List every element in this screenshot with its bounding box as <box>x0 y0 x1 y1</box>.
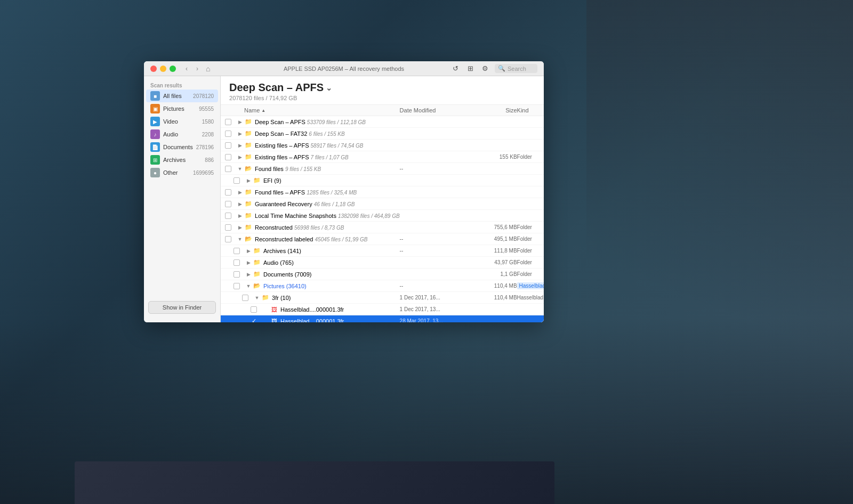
file-name: Hasselblad....000001.3fr <box>280 306 400 313</box>
documents-icon: 📄 <box>150 142 160 152</box>
row-checkbox[interactable] <box>234 177 240 184</box>
row-checkbox[interactable] <box>225 236 231 242</box>
col-date-header[interactable]: Date Modified <box>400 107 474 113</box>
file-row-selected[interactable]: ✓ 🖼 Hasselblad....000001.3fr 28 Mar 2017… <box>221 315 544 322</box>
row-checkbox[interactable] <box>234 271 240 278</box>
file-size: 43,97 GB <box>474 259 517 265</box>
file-row[interactable]: ▼ 📂 Pictures (36410) -- 110,4 MB Hasselb… <box>221 280 544 292</box>
close-button[interactable] <box>150 66 157 72</box>
row-checkbox[interactable] <box>225 119 231 125</box>
file-row[interactable]: ▶ 📁 EFI (9) <box>221 175 544 186</box>
file-row[interactable]: ▶ 📁 Local Time Machine Snapshots 1382098… <box>221 210 544 222</box>
row-checkbox[interactable] <box>251 306 257 313</box>
expand-button[interactable]: ▶ <box>244 178 253 183</box>
sidebar-item-count: 95555 <box>199 106 214 112</box>
scan-dropdown-chevron[interactable]: ⌄ <box>326 84 332 92</box>
rotate-icon[interactable]: ↺ <box>450 63 461 74</box>
sidebar-item-all-files[interactable]: ■ All files 2078120 <box>146 90 218 102</box>
sidebar-item-count: 278196 <box>196 144 214 150</box>
file-name: Deep Scan – FAT32 6 files / 155 KB <box>255 131 400 137</box>
file-row[interactable]: ▼ 📁 3fr (10) 1 Dec 2017, 16... 110,4 MB … <box>221 292 544 304</box>
row-checkbox[interactable] <box>225 142 231 149</box>
expand-button[interactable]: ▼ <box>236 237 244 242</box>
expand-button[interactable]: ▶ <box>244 260 253 265</box>
row-checkbox[interactable] <box>242 295 248 301</box>
expand-button[interactable]: ▶ <box>236 143 244 148</box>
expand-button[interactable]: ▶ <box>236 131 244 136</box>
settings-button[interactable]: ⚙ <box>480 63 490 74</box>
file-row[interactable]: ▶ 📁 Reconstructed 56998 files / 8,73 GB … <box>221 222 544 233</box>
folder-icon: 📁 <box>253 176 261 185</box>
sidebar-item-archives[interactable]: ⊞ Archives 886 <box>146 153 218 166</box>
home-button[interactable]: ⌂ <box>206 64 210 73</box>
sidebar-item-count: 2078120 <box>193 93 214 99</box>
expand-button[interactable]: ▼ <box>244 283 253 289</box>
file-row[interactable]: ▶ 📁 Found files – APFS 1285 files / 325,… <box>221 186 544 198</box>
expand-button[interactable]: ▶ <box>236 213 244 218</box>
file-row[interactable]: ▶ 📁 Documents (7009) 1,1 GB Folder <box>221 269 544 280</box>
file-name: Reconstructed 56998 files / 8,73 GB <box>255 224 400 231</box>
sidebar-item-label: Pictures <box>163 105 196 112</box>
expand-button[interactable]: ▶ <box>236 190 244 195</box>
expand-button[interactable]: ▶ <box>236 201 244 207</box>
sidebar-item-pictures[interactable]: ▣ Pictures 95555 <box>146 102 218 115</box>
expand-button[interactable]: ▼ <box>253 295 261 300</box>
audio-icon: ♪ <box>150 129 160 139</box>
other-icon: ● <box>150 168 160 177</box>
file-name: EFI (9) <box>263 177 400 184</box>
row-checkbox[interactable] <box>225 213 231 219</box>
row-checkbox[interactable] <box>234 248 240 254</box>
maximize-button[interactable] <box>170 66 176 72</box>
minimize-button[interactable] <box>160 66 166 72</box>
expand-button[interactable]: ▶ <box>244 272 253 277</box>
row-checkbox[interactable] <box>225 166 231 172</box>
file-row[interactable]: ▼ 📂 Reconstructed labeled 45045 files / … <box>221 233 544 245</box>
file-row[interactable]: ▶ 📁 Audio (765) 43,97 GB Folder <box>221 257 544 269</box>
file-list: ▶ 📁 Deep Scan – APFS 533709 files / 112,… <box>221 116 544 322</box>
expand-button[interactable]: ▶ <box>244 248 253 254</box>
sidebar-item-documents[interactable]: 📄 Documents 278196 <box>146 141 218 153</box>
file-row[interactable]: ▼ 📂 Found files 9 files / 155 KB -- <box>221 163 544 175</box>
file-row[interactable]: 🖼 Hasselblad....000001.3fr 1 Dec 2017, 1… <box>221 304 544 315</box>
col-name-header[interactable]: Name ▲ <box>244 107 400 113</box>
file-row[interactable]: ▶ 📁 Guaranteed Recovery 46 files / 1,18 … <box>221 198 544 210</box>
folder-icon: 📁 <box>253 270 261 279</box>
file-size: 110,4 MB <box>474 295 517 300</box>
expand-button[interactable]: ▶ <box>236 155 244 160</box>
expand-button[interactable]: ▼ <box>236 166 244 172</box>
sidebar-item-video[interactable]: ▶ Video 1580 <box>146 115 218 128</box>
file-size: 110,4 MB <box>474 283 517 289</box>
row-checkbox[interactable]: ✓ <box>251 318 257 323</box>
file-row[interactable]: ▶ 📁 Archives (141) -- 111,8 MB Folder <box>221 245 544 257</box>
view-button[interactable]: ⊞ <box>465 63 476 74</box>
file-size: 111,8 MB <box>474 248 517 254</box>
search-box[interactable]: 🔍 Search <box>495 64 537 73</box>
sidebar-item-label: Other <box>163 169 190 176</box>
row-checkbox[interactable] <box>234 259 240 266</box>
file-size: 155 KB <box>474 154 517 160</box>
row-checkbox[interactable] <box>225 189 231 196</box>
col-size-header[interactable]: Size <box>474 107 517 113</box>
sidebar-item-other[interactable]: ● Other 1699695 <box>146 166 218 179</box>
row-checkbox[interactable] <box>225 201 231 207</box>
sidebar-item-audio[interactable]: ♪ Audio 2208 <box>146 128 218 141</box>
row-checkbox[interactable] <box>225 131 231 137</box>
row-checkbox[interactable] <box>225 154 231 160</box>
file-row[interactable]: ▶ 📁 Existing files – APFS 58917 files / … <box>221 140 544 151</box>
sidebar: Scan results ■ All files 2078120 ▣ Pictu… <box>144 76 221 322</box>
file-row[interactable]: ▶ 📁 Deep Scan – APFS 533709 files / 112,… <box>221 116 544 128</box>
expand-button[interactable]: ▶ <box>236 225 244 230</box>
forward-button[interactable]: › <box>193 64 202 73</box>
file-row[interactable]: ▶ 📁 Existing files – APFS 7 files / 1,07… <box>221 151 544 163</box>
col-kind-header[interactable]: Kind <box>517 107 544 113</box>
file-date: 28 Mar 2017, 13... <box>400 318 474 322</box>
file-kind: Hasselblad 3F... <box>517 282 544 289</box>
file-name: Pictures (36410) <box>263 283 400 289</box>
show-in-finder-button[interactable]: Show in Finder <box>148 301 216 314</box>
file-name: Archives (141) <box>263 248 400 254</box>
back-button[interactable]: ‹ <box>182 64 191 73</box>
file-row[interactable]: ▶ 📁 Deep Scan – FAT32 6 files / 155 KB <box>221 128 544 140</box>
row-checkbox[interactable] <box>225 224 231 231</box>
expand-button[interactable]: ▶ <box>236 119 244 125</box>
row-checkbox[interactable] <box>234 283 240 289</box>
